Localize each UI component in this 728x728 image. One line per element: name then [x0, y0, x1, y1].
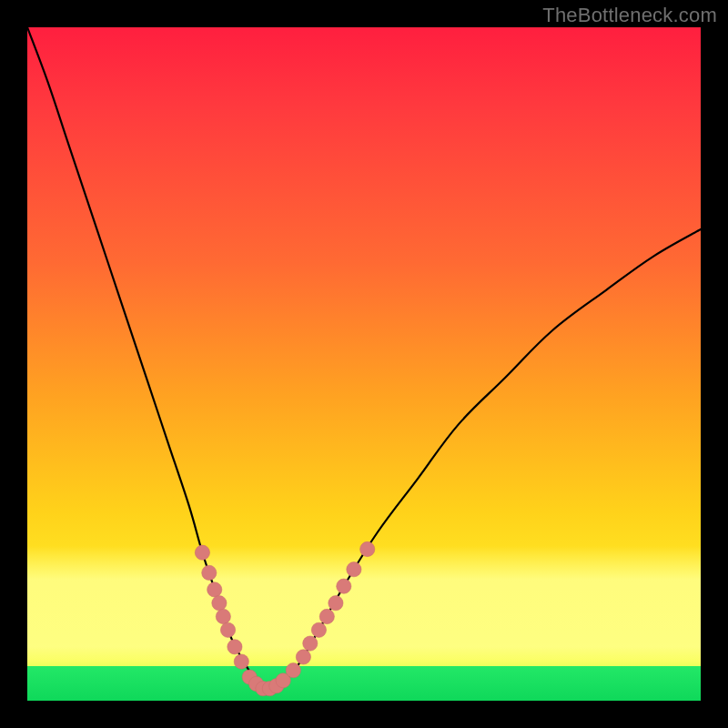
curve-marker [207, 582, 222, 597]
curve-marker [220, 622, 235, 637]
curve-marker [202, 565, 217, 580]
curve-marker [195, 545, 209, 560]
curve-marker [296, 650, 310, 664]
curve-marker [303, 636, 318, 651]
bottleneck-curve-path [27, 27, 701, 692]
watermark-text: TheBottleneck.com [542, 4, 717, 27]
curve-marker [311, 622, 326, 637]
curve-marker [337, 579, 351, 593]
curve-marker [228, 640, 242, 654]
chart-area [27, 27, 701, 701]
chart-svg [27, 27, 701, 701]
curve-marker [347, 562, 361, 577]
curve-marker [319, 609, 334, 623]
marker-group [195, 541, 375, 695]
curve-marker [360, 541, 375, 556]
curve-marker [286, 663, 300, 678]
curve-marker [216, 609, 230, 623]
curve-marker [329, 596, 343, 611]
curve-marker [212, 596, 227, 611]
curve-marker [234, 654, 248, 669]
